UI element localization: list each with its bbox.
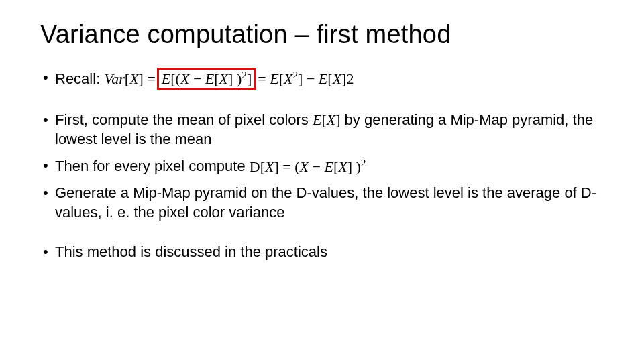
b5-text: This method is discussed in the practica… xyxy=(55,243,327,260)
bullet-recall: Recall: Var[X] = E[(X − E[X] )2] = E[X2]… xyxy=(40,68,604,90)
b2-prefix: First, compute the mean of pixel colors xyxy=(55,111,313,128)
bullet-compute-d: Then for every pixel compute D[X] = (X −… xyxy=(40,156,604,176)
slide: Variance computation – first method Reca… xyxy=(0,0,644,362)
recall-lhs: Var[X] = xyxy=(104,69,156,88)
bullet-list-2: First, compute the mean of pixel colors … xyxy=(40,110,604,221)
bullet-list-3: This method is discussed in the practica… xyxy=(40,242,604,261)
bullet-mipmap-d: Generate a Mip-Map pyramid on the D-valu… xyxy=(40,183,604,222)
recall-label: Recall: xyxy=(55,69,100,88)
b2-math: E[X] xyxy=(313,111,341,128)
b3-math: D[X] = (X − E[X] )2 xyxy=(250,158,366,175)
bullet-first-mean: First, compute the mean of pixel colors … xyxy=(40,110,604,149)
bullet-list: Recall: Var[X] = E[(X − E[X] )2] = E[X2]… xyxy=(40,68,604,90)
b4-text: Generate a Mip-Map pyramid on the D-valu… xyxy=(55,184,596,221)
spacer-2 xyxy=(40,229,604,242)
recall-rhs: = E[X2] − E[X]2 xyxy=(258,68,354,88)
bullet-practicals: This method is discussed in the practica… xyxy=(40,242,604,261)
slide-title: Variance computation – first method xyxy=(40,20,604,49)
spacer xyxy=(40,97,604,110)
b3-prefix: Then for every pixel compute xyxy=(55,158,250,175)
recall-boxed: E[(X − E[X] )2] xyxy=(157,68,256,90)
